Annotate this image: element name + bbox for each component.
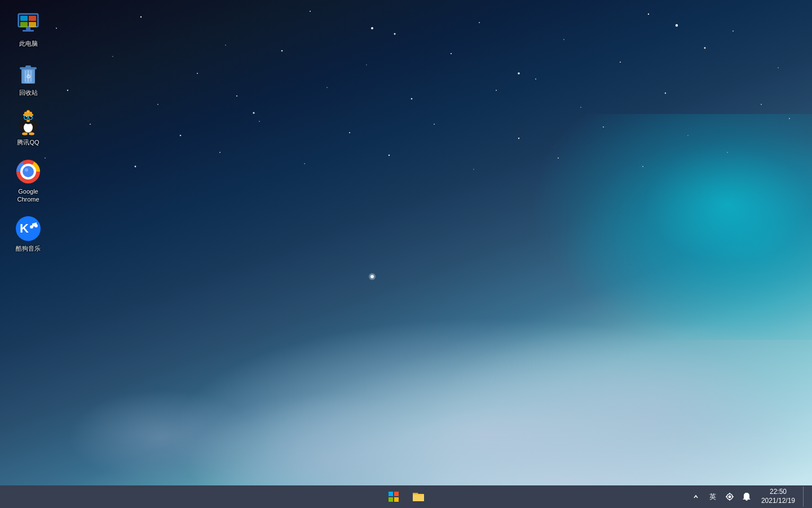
start-button[interactable] — [382, 487, 405, 507]
desktop-icons: 此电脑 — [6, 6, 51, 257]
svg-rect-54 — [29, 16, 36, 21]
pc-icon — [15, 10, 42, 37]
taskbar-right: 英 22:50 2021/12/19 — [689, 487, 807, 507]
svg-point-78 — [29, 132, 34, 135]
svg-rect-97 — [394, 497, 399, 502]
kuwo-music-label: 酷狗音乐 — [16, 244, 41, 252]
clock-area[interactable]: 22:50 2021/12/19 — [757, 487, 800, 506]
show-desktop-button[interactable] — [803, 487, 807, 507]
svg-point-76 — [27, 120, 30, 122]
svg-rect-82 — [23, 114, 33, 116]
qq-icon — [15, 109, 42, 136]
svg-rect-95 — [394, 492, 399, 496]
svg-rect-57 — [26, 27, 30, 30]
show-hidden-icons-button[interactable] — [689, 488, 703, 506]
language-indicator[interactable]: 英 — [706, 488, 720, 506]
svg-point-89 — [25, 168, 28, 172]
recycle-icon: ♻ — [15, 59, 42, 86]
svg-point-99 — [728, 496, 731, 498]
desktop-icon-tencent-qq[interactable]: 腾讯QQ — [6, 104, 51, 151]
svg-point-84 — [28, 111, 29, 112]
svg-text:K: K — [20, 221, 29, 235]
svg-rect-62 — [25, 65, 31, 68]
cloud-base — [0, 0, 812, 485]
svg-text:♻: ♻ — [26, 73, 31, 80]
recycle-bin-label: 回收站 — [19, 89, 38, 97]
svg-point-92 — [30, 225, 33, 229]
taskbar: 英 22:50 2021/12/19 — [0, 485, 812, 508]
svg-rect-55 — [20, 22, 28, 27]
svg-rect-56 — [29, 22, 36, 27]
clock-date: 2021/12/19 — [761, 497, 795, 506]
pc-icon-label: 此电脑 — [19, 40, 38, 47]
desktop-icon-this-pc[interactable]: 此电脑 — [6, 6, 51, 52]
svg-point-77 — [22, 132, 28, 135]
file-explorer-taskbar-button[interactable] — [407, 487, 430, 507]
ime-indicator[interactable] — [723, 488, 736, 506]
taskbar-center — [382, 487, 430, 507]
svg-point-88 — [23, 167, 33, 177]
chrome-label: Google Chrome — [10, 187, 46, 204]
desktop-icon-google-chrome[interactable]: Google Chrome — [6, 154, 51, 208]
svg-rect-53 — [20, 16, 28, 21]
desktop-icon-recycle-bin[interactable]: ♻ 回收站 — [6, 55, 51, 101]
svg-point-93 — [34, 224, 38, 227]
notification-icon[interactable] — [740, 488, 753, 506]
desktop-icon-kuwo-music[interactable]: K 酷狗音乐 — [6, 211, 51, 257]
clock-time: 22:50 — [770, 488, 787, 497]
svg-rect-94 — [389, 492, 393, 496]
chrome-icon — [15, 158, 42, 185]
desktop: 此电脑 — [0, 0, 812, 485]
svg-rect-96 — [389, 497, 393, 502]
kuwo-icon: K — [15, 215, 42, 242]
qq-label: 腾讯QQ — [17, 138, 39, 146]
svg-rect-58 — [23, 30, 34, 32]
